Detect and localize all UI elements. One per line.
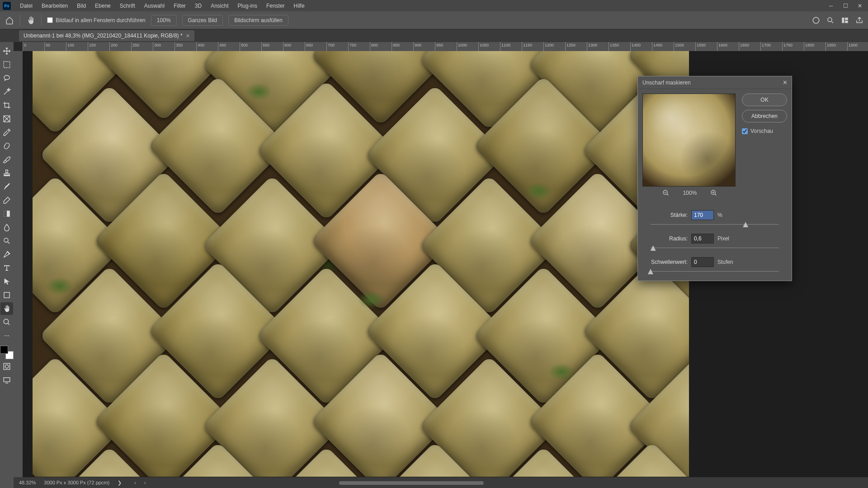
gradient-tool-icon[interactable] — [0, 207, 13, 220]
ruler-tick: 250 — [131, 42, 153, 51]
eyedropper-tool-icon[interactable] — [0, 126, 13, 139]
scroll-all-windows-checkbox[interactable]: Bildlauf in allen Fenstern durchführen — [47, 17, 146, 23]
ok-button[interactable]: OK — [742, 94, 787, 106]
main-menu: Datei Bearbeiten Bild Ebene Schrift Ausw… — [16, 1, 826, 10]
zoom-tool-icon[interactable] — [0, 316, 13, 328]
threshold-slider[interactable] — [651, 269, 779, 274]
status-chevron-icon[interactable]: ❯ — [118, 480, 122, 486]
history-brush-tool-icon[interactable] — [0, 180, 13, 193]
menu-3d[interactable]: 3D — [191, 1, 205, 10]
menu-bearbeiten[interactable]: Bearbeiten — [38, 1, 71, 10]
wand-tool-icon[interactable] — [0, 85, 13, 98]
document-tab[interactable]: Unbenannt-1 bei 48,3% (IMG_20210420_1844… — [19, 30, 194, 41]
amount-input[interactable] — [691, 210, 714, 220]
ruler-tick: 1650 — [739, 42, 760, 51]
close-window-icon[interactable]: ✕ — [854, 1, 865, 10]
radius-slider[interactable] — [651, 245, 779, 251]
cancel-button[interactable]: Abbrechen — [742, 110, 787, 122]
foreground-background-colors[interactable] — [0, 346, 14, 359]
ruler-tick: 850 — [392, 42, 413, 51]
menu-ansicht[interactable]: Ansicht — [207, 1, 232, 10]
scroll-all-label: Bildlauf in allen Fenstern durchführen — [56, 17, 146, 23]
fill-screen-button[interactable]: Bildschirm ausfüllen — [228, 15, 288, 26]
status-zoom: 48.32% — [19, 480, 36, 485]
ruler-tick: 1100 — [500, 42, 522, 51]
hand-tool-icon[interactable] — [0, 302, 13, 315]
ruler-tick: 1350 — [609, 42, 630, 51]
foreground-color-swatch[interactable] — [0, 346, 8, 354]
home-icon[interactable] — [5, 15, 14, 25]
menu-auswahl[interactable]: Auswahl — [141, 1, 168, 10]
menu-hilfe[interactable]: Hilfe — [290, 1, 308, 10]
ruler-tick: 1550 — [695, 42, 717, 51]
document-image — [33, 51, 689, 477]
dialog-titlebar[interactable]: Unscharf maskieren × — [638, 76, 792, 89]
workspace-icon[interactable] — [841, 16, 849, 24]
tool-palette: ⋯ — [0, 42, 14, 488]
path-select-tool-icon[interactable] — [0, 275, 13, 288]
frame-tool-icon[interactable] — [0, 113, 13, 125]
type-tool-icon[interactable] — [0, 262, 13, 274]
svg-point-14 — [5, 365, 9, 368]
preview-checkbox-label: Vorschau — [750, 128, 773, 134]
svg-rect-15 — [4, 378, 10, 382]
menu-ebene[interactable]: Ebene — [91, 1, 114, 10]
menu-fenster[interactable]: Fenster — [263, 1, 288, 10]
search-icon[interactable] — [826, 16, 835, 24]
share-icon[interactable] — [855, 16, 863, 24]
brush-tool-icon[interactable] — [0, 153, 13, 166]
ruler-tick: 500 — [240, 42, 261, 51]
amount-slider[interactable] — [651, 222, 779, 227]
menu-filter[interactable]: Filter — [170, 1, 189, 10]
hand-tool-icon[interactable] — [26, 15, 36, 25]
zoom-in-icon[interactable] — [710, 189, 717, 197]
horizontal-ruler[interactable]: 0501001502002503003504004505005506006507… — [23, 42, 868, 51]
stamp-tool-icon[interactable] — [0, 167, 13, 179]
minimize-icon[interactable]: ─ — [826, 1, 836, 10]
radius-input[interactable] — [691, 234, 714, 244]
lasso-tool-icon[interactable] — [0, 72, 13, 84]
menu-plugins[interactable]: Plug-ins — [234, 1, 261, 10]
zoom-100-button[interactable]: 100% — [151, 15, 177, 26]
eraser-tool-icon[interactable] — [0, 194, 13, 206]
preview-thumbnail[interactable] — [642, 94, 736, 187]
radius-label: Radius: — [644, 235, 688, 242]
ruler-tick: 0 — [23, 42, 44, 51]
ruler-tick: 800 — [370, 42, 392, 51]
shape-tool-icon[interactable] — [0, 289, 13, 301]
ruler-tick: 300 — [153, 42, 175, 51]
svg-rect-4 — [845, 20, 848, 23]
marquee-tool-icon[interactable] — [0, 58, 13, 71]
close-dialog-icon[interactable]: × — [783, 79, 787, 87]
menu-schrift[interactable]: Schrift — [116, 1, 139, 10]
screenmode-icon[interactable] — [0, 374, 13, 386]
ruler-tick: 1850 — [826, 42, 847, 51]
maximize-icon[interactable]: ☐ — [840, 1, 851, 10]
ruler-tick: 750 — [348, 42, 370, 51]
status-nav-right-icon[interactable]: › — [144, 480, 146, 485]
status-nav-left-icon[interactable]: ‹ — [134, 480, 136, 485]
menu-bild[interactable]: Bild — [73, 1, 90, 10]
zoom-out-icon[interactable] — [662, 189, 670, 197]
blur-tool-icon[interactable] — [0, 221, 13, 234]
quickmask-icon[interactable] — [0, 360, 13, 373]
close-tab-icon[interactable]: × — [186, 32, 190, 39]
heal-tool-icon[interactable] — [0, 140, 13, 152]
ruler-tick: 1700 — [760, 42, 782, 51]
dodge-tool-icon[interactable] — [0, 235, 13, 247]
ruler-tick: 700 — [326, 42, 348, 51]
cloud-icon[interactable] — [812, 16, 820, 24]
crop-tool-icon[interactable] — [0, 99, 13, 112]
fit-screen-button[interactable]: Ganzes Bild — [182, 15, 223, 26]
edit-toolbar-icon[interactable]: ⋯ — [0, 329, 13, 342]
horizontal-scrollbar[interactable] — [339, 481, 868, 485]
move-tool-icon[interactable] — [0, 45, 13, 57]
pen-tool-icon[interactable] — [0, 248, 13, 261]
amount-label: Stärke: — [644, 212, 688, 218]
vertical-ruler[interactable] — [14, 51, 23, 477]
ruler-tick: 150 — [88, 42, 109, 51]
status-bar: 48.32% 3000 Px x 3000 Px (72 ppcm) ❯ ‹ › — [14, 477, 868, 488]
threshold-input[interactable] — [691, 257, 714, 267]
preview-checkbox[interactable]: Vorschau — [742, 128, 787, 134]
menu-datei[interactable]: Datei — [16, 1, 36, 10]
